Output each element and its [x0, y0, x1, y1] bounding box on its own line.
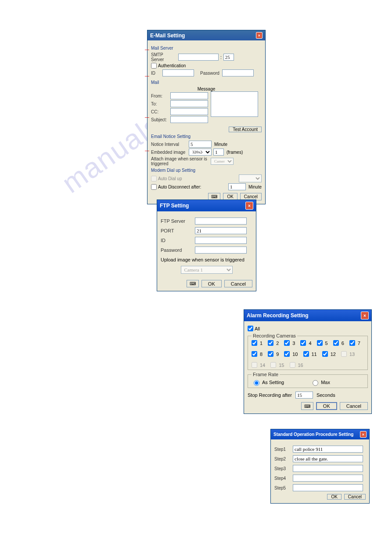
- cam-13-checkbox: [341, 351, 347, 357]
- cc-input[interactable]: [170, 108, 208, 115]
- auto-disc-checkbox[interactable]: [151, 184, 157, 190]
- stop-recording-input[interactable]: [295, 392, 313, 399]
- frame-rate-group: Frame Rate As Setting Max: [248, 372, 368, 388]
- cancel-button[interactable]: Cancel: [340, 402, 368, 410]
- close-icon[interactable]: ×: [361, 312, 369, 319]
- step3-input[interactable]: [293, 465, 363, 472]
- password-input[interactable]: [195, 247, 247, 254]
- id-label: ID: [161, 238, 192, 243]
- cam-16-checkbox: [290, 362, 295, 368]
- cam-3-checkbox[interactable]: [284, 340, 290, 346]
- cam-5-checkbox[interactable]: [317, 340, 323, 346]
- keyboard-icon-button[interactable]: ⌨: [301, 402, 313, 410]
- cam-label: 5: [325, 341, 328, 346]
- ok-button[interactable]: OK: [316, 402, 337, 410]
- close-icon[interactable]: ×: [256, 32, 263, 39]
- attach-image-label: Attach image when sensor is triggered: [151, 156, 208, 166]
- id-input[interactable]: [195, 237, 247, 244]
- attach-camera-select: Camera 1: [211, 158, 234, 165]
- notice-interval-input[interactable]: [189, 141, 212, 148]
- auth-checkbox[interactable]: [151, 63, 157, 69]
- cam-label: 16: [298, 363, 303, 368]
- step4-input[interactable]: [293, 475, 363, 482]
- minute-label: Minute: [214, 142, 227, 147]
- frame-rate-legend: Frame Rate: [252, 372, 280, 377]
- cc-label: CC:: [151, 109, 168, 114]
- auth-label: Authentication: [158, 63, 186, 68]
- mail-server-heading: Mail Server: [151, 46, 262, 51]
- smtp-port-input[interactable]: [223, 54, 234, 61]
- message-label: Message: [151, 87, 262, 91]
- ftp-server-input[interactable]: [195, 218, 247, 225]
- to-input[interactable]: [170, 100, 208, 107]
- cam-9-checkbox[interactable]: [268, 351, 273, 357]
- mail-heading: Mail: [151, 80, 262, 85]
- cam-label: 4: [309, 341, 311, 346]
- titlebar: Standard Operation Procedure Setting ×: [271, 429, 369, 439]
- cam-label: 10: [292, 352, 298, 357]
- camera-select: Camera 1: [181, 266, 233, 274]
- colon-separator: :: [220, 55, 222, 60]
- as-setting-radio[interactable]: [254, 380, 259, 386]
- auto-dial-label: Auto Dial up: [158, 176, 182, 181]
- cam-14-checkbox: [252, 362, 257, 368]
- password-label: Password: [161, 247, 192, 253]
- smtp-server-label: SMTP Server: [151, 52, 176, 62]
- step3-label: Step3: [274, 466, 290, 471]
- subject-input[interactable]: [170, 116, 208, 123]
- keyboard-icon-button[interactable]: ⌨: [187, 280, 199, 287]
- recording-cameras-group: Recording Cameras 1 2 3 4 5 6 7 8 9 10 1…: [248, 333, 368, 370]
- cam-1-checkbox[interactable]: [252, 340, 257, 346]
- cancel-button[interactable]: Cancel: [224, 280, 252, 287]
- window-title: Standard Operation Procedure Setting: [273, 432, 353, 437]
- port-input[interactable]: [195, 227, 247, 234]
- cam-10-checkbox[interactable]: [284, 351, 290, 357]
- auto-disc-label: Auto Disconnect after:: [158, 185, 201, 189]
- cam-label: 14: [260, 363, 265, 368]
- embedded-image-select[interactable]: 320x240: [189, 149, 212, 156]
- as-setting-label: As Setting: [262, 380, 284, 385]
- close-icon[interactable]: ×: [360, 431, 367, 438]
- id-input[interactable]: [162, 69, 194, 76]
- cam-12-checkbox[interactable]: [322, 351, 328, 357]
- cam-11-checkbox[interactable]: [303, 351, 309, 357]
- close-icon[interactable]: ×: [245, 202, 253, 210]
- auto-disc-input[interactable]: [228, 183, 246, 190]
- recording-cameras-legend: Recording Cameras: [252, 333, 297, 338]
- frames-label: (frames): [227, 150, 243, 155]
- password-input[interactable]: [222, 69, 254, 76]
- step2-input[interactable]: [293, 455, 363, 462]
- subject-label: Subject:: [151, 117, 168, 122]
- smtp-server-input[interactable]: [178, 54, 219, 61]
- cam-2-checkbox[interactable]: [268, 340, 273, 346]
- cam-label: 3: [292, 341, 295, 346]
- cam-4-checkbox[interactable]: [300, 340, 306, 346]
- test-account-button[interactable]: Test Account: [229, 127, 262, 132]
- cam-7-checkbox[interactable]: [349, 340, 355, 346]
- cam-label: 1: [260, 341, 263, 346]
- step1-input[interactable]: [293, 446, 363, 453]
- from-label: From:: [151, 94, 168, 98]
- ok-button[interactable]: OK: [201, 280, 222, 287]
- cam-label: 9: [276, 352, 279, 357]
- from-input[interactable]: [170, 92, 208, 99]
- ok-button[interactable]: OK: [327, 494, 341, 500]
- max-radio[interactable]: [313, 380, 318, 386]
- modem-heading: Modem Dial up Setting: [151, 168, 262, 173]
- cam-label: 7: [358, 341, 360, 346]
- message-textarea[interactable]: [211, 91, 258, 117]
- frames-input[interactable]: [213, 149, 224, 156]
- email-notice-heading: Email Notice Setting: [151, 134, 262, 139]
- step2-label: Step2: [274, 457, 290, 461]
- cancel-button[interactable]: Cancel: [344, 494, 366, 500]
- all-checkbox[interactable]: [248, 326, 253, 331]
- step5-input[interactable]: [293, 484, 363, 491]
- cam-label: 11: [312, 352, 317, 357]
- ftp-setting-window: FTP Setting × FTP Server PORT ID Passwor…: [157, 200, 256, 291]
- cam-6-checkbox[interactable]: [333, 340, 339, 346]
- cam-label: 12: [331, 352, 336, 357]
- minute-label-2: Minute: [248, 185, 262, 189]
- cam-8-checkbox[interactable]: [252, 351, 257, 357]
- titlebar: E-Mail Setting ×: [147, 30, 265, 40]
- dial-select: [239, 174, 262, 182]
